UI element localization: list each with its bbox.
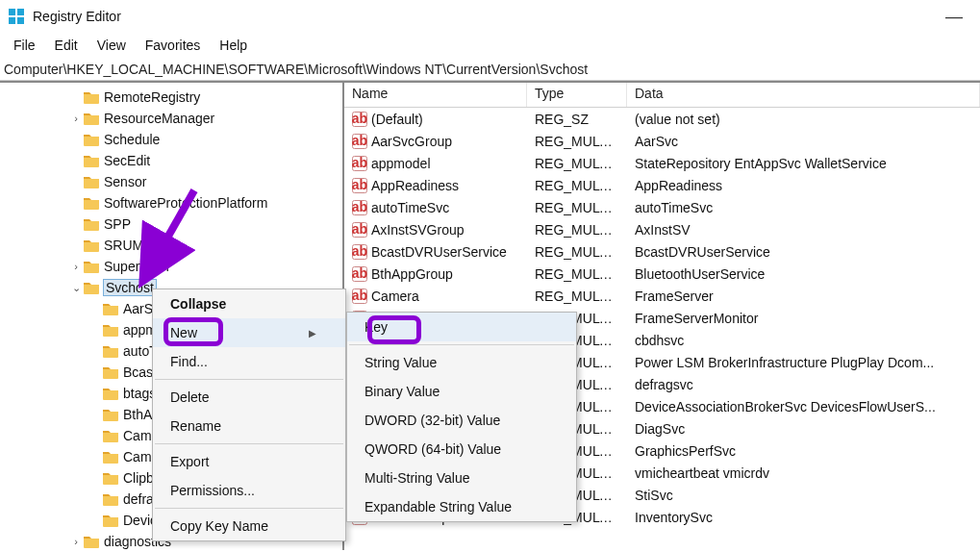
value-type: REG_MULTI_SZ: [527, 222, 627, 238]
menu-item-binary-value[interactable]: Binary Value: [347, 377, 576, 406]
value-name: (Default): [371, 112, 423, 127]
menu-item-new[interactable]: New▶: [153, 318, 345, 347]
app-icon: [8, 8, 25, 25]
tree-label: RemoteRegistry: [104, 89, 200, 105]
menu-item-permissions-[interactable]: Permissions...: [153, 476, 345, 505]
string-value-icon: ab: [352, 200, 367, 215]
title-bar: Registry Editor —: [0, 0, 980, 33]
svg-text:ab: ab: [352, 112, 367, 126]
menu-item-label: Copy Key Name: [170, 518, 268, 534]
value-row[interactable]: abBcastDVRUserServiceREG_MULTI_SZBcastDV…: [344, 240, 980, 263]
value-data: FrameServerMonitor: [627, 311, 980, 326]
menu-item-label: Export: [170, 454, 209, 469]
folder-icon: [83, 153, 100, 168]
folder-icon: [83, 174, 100, 189]
folder-icon: [83, 216, 100, 232]
folder-icon: [83, 534, 100, 549]
menu-separator: [155, 379, 343, 380]
menu-item-label: Multi-String Value: [364, 470, 469, 486]
value-name: AxInstSVGroup: [371, 222, 465, 238]
expand-icon[interactable]: ›: [69, 261, 83, 272]
menu-item-qword-64-bit-value[interactable]: QWORD (64-bit) Value: [347, 435, 576, 464]
value-row[interactable]: abCameraREG_MULTI_SZFrameServer: [344, 285, 980, 307]
value-data: InventorySvc: [627, 510, 980, 525]
value-data: defragsvc: [627, 377, 980, 392]
menu-favorites[interactable]: Favorites: [136, 36, 211, 55]
menu-item-collapse[interactable]: Collapse: [153, 289, 345, 318]
menu-item-label: New: [170, 325, 197, 340]
menu-item-copy-key-name[interactable]: Copy Key Name: [153, 512, 345, 540]
new-submenu: KeyString ValueBinary ValueDWORD (32-bit…: [346, 312, 577, 522]
value-row[interactable]: abappmodelREG_MULTI_SZStateRepository En…: [344, 152, 980, 174]
value-name: AarSvcGroup: [371, 134, 452, 149]
value-data: (value not set): [627, 112, 980, 127]
svg-rect-4: [17, 17, 24, 24]
tree-node-sensor[interactable]: Sensor: [0, 171, 342, 192]
menu-view[interactable]: View: [88, 36, 136, 55]
expand-icon[interactable]: ›: [69, 536, 83, 547]
menu-item-string-value[interactable]: String Value: [347, 348, 576, 377]
folder-icon: [83, 132, 100, 147]
menu-item-export[interactable]: Export: [153, 447, 345, 476]
value-row[interactable]: abautoTimeSvcREG_MULTI_SZautoTimeSvc: [344, 196, 980, 218]
menu-item-key[interactable]: Key: [347, 313, 576, 341]
tree-node-srum[interactable]: SRUM: [0, 235, 342, 256]
tree-node-superfetch[interactable]: ›Superfetch: [0, 256, 342, 277]
svg-text:ab: ab: [352, 244, 367, 259]
svg-rect-1: [9, 9, 15, 15]
svg-text:ab: ab: [352, 156, 367, 170]
tree-label: ResourceManager: [104, 111, 214, 126]
col-header-type[interactable]: Type: [527, 83, 627, 107]
menu-file[interactable]: File: [4, 36, 45, 55]
tree-node-spp[interactable]: SPP: [0, 213, 342, 235]
tree-node-softwareprotectionplatform[interactable]: SoftwareProtectionPlatform: [0, 192, 342, 213]
value-data: DeviceAssociationBrokerSvc DevicesFlowUs…: [627, 399, 980, 414]
tree-label: Svchost: [104, 280, 156, 295]
value-data: Power LSM BrokerInfrastructure PlugPlay …: [627, 355, 980, 370]
string-value-icon: ab: [352, 289, 367, 304]
expand-icon[interactable]: ›: [69, 113, 83, 124]
value-name: AppReadiness: [371, 178, 459, 193]
tree-node-secedit[interactable]: SecEdit: [0, 150, 342, 171]
tree-node-remoteregistry[interactable]: RemoteRegistry: [0, 87, 342, 108]
value-row[interactable]: abAppReadinessREG_MULTI_SZAppReadiness: [344, 174, 980, 196]
folder-icon: [102, 364, 119, 380]
value-type: REG_MULTI_SZ: [527, 244, 627, 260]
folder-icon: [102, 407, 119, 422]
menu-item-delete[interactable]: Delete: [153, 383, 345, 412]
value-row[interactable]: ab(Default)REG_SZ(value not set): [344, 108, 980, 130]
menu-item-rename[interactable]: Rename: [153, 412, 345, 440]
tree-label: SecEdit: [104, 153, 150, 168]
values-header: Name Type Data: [344, 83, 980, 108]
menu-item-expandable-string-value[interactable]: Expandable String Value: [347, 492, 576, 521]
value-row[interactable]: abAarSvcGroupREG_MULTI_SZAarSvc: [344, 130, 980, 152]
menu-item-find-[interactable]: Find...: [153, 347, 345, 376]
menu-item-label: Collapse: [170, 296, 226, 312]
menu-separator: [155, 443, 343, 444]
tree-node-resourcemanager[interactable]: ›ResourceManager: [0, 108, 342, 129]
menu-edit[interactable]: Edit: [45, 36, 88, 55]
col-header-data[interactable]: Data: [627, 83, 980, 107]
menu-help[interactable]: Help: [210, 36, 257, 55]
value-data: FrameServer: [627, 289, 980, 304]
tree-node-schedule[interactable]: Schedule: [0, 129, 342, 150]
col-header-name[interactable]: Name: [344, 83, 527, 107]
expand-icon[interactable]: ⌄: [69, 282, 83, 294]
menu-item-multi-string-value[interactable]: Multi-String Value: [347, 464, 576, 492]
folder-icon: [102, 449, 119, 464]
folder-icon: [102, 386, 119, 401]
string-value-icon: ab: [352, 134, 367, 149]
svg-rect-2: [17, 9, 24, 15]
menu-item-dword-32-bit-value[interactable]: DWORD (32-bit) Value: [347, 406, 576, 435]
value-row[interactable]: abAxInstSVGroupREG_MULTI_SZAxInstSV: [344, 218, 980, 240]
path-text: Computer\HKEY_LOCAL_MACHINE\SOFTWARE\Mic…: [4, 62, 588, 77]
value-type: REG_MULTI_SZ: [527, 156, 627, 171]
folder-icon: [102, 428, 119, 443]
path-bar[interactable]: Computer\HKEY_LOCAL_MACHINE\SOFTWARE\Mic…: [0, 58, 980, 81]
svg-rect-3: [9, 17, 15, 24]
tree-label: Superfetch: [104, 259, 169, 274]
svg-text:ab: ab: [352, 266, 367, 281]
minimize-button[interactable]: —: [936, 5, 972, 29]
value-row[interactable]: abBthAppGroupREG_MULTI_SZBluetoothUserSe…: [344, 263, 980, 285]
value-data: BluetoothUserService: [627, 266, 980, 282]
